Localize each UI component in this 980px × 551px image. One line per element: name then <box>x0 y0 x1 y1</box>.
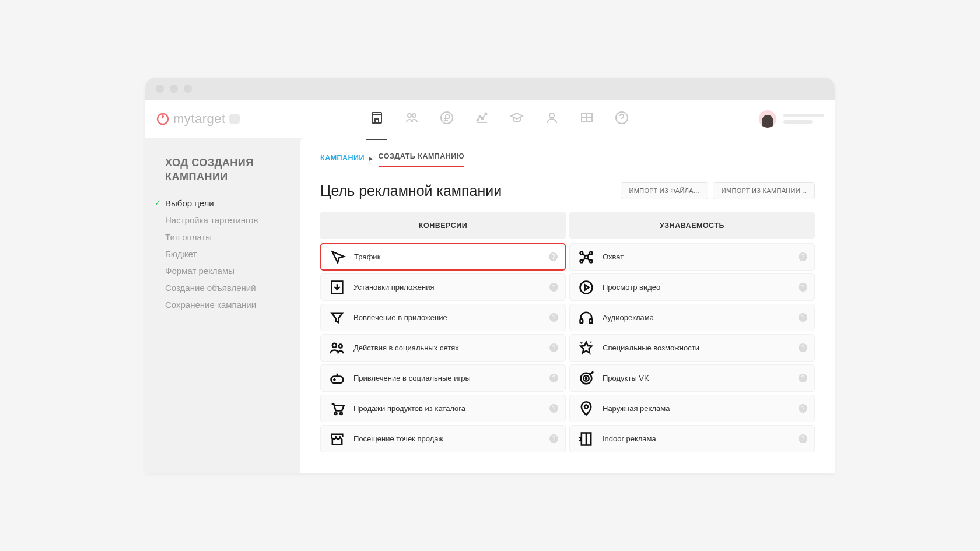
logo-text: mytarget <box>173 111 226 127</box>
logo-icon <box>156 112 170 126</box>
svg-rect-25 <box>580 319 583 323</box>
goal-card-awareness-2[interactable]: Аудиореклама? <box>569 304 815 331</box>
import-from-file-button[interactable]: ИМПОРТ ИЗ ФАЙЛА... <box>621 182 708 199</box>
goal-column-awareness: УЗНАВАЕМОСТЬ Охват?Просмотр видео?Аудиор… <box>569 212 815 452</box>
column-header-awareness: УЗНАВАЕМОСТЬ <box>569 212 815 239</box>
nav-billing-icon[interactable] <box>440 111 454 127</box>
import-from-campaign-button[interactable]: ИМПОРТ ИЗ КАМПАНИИ... <box>713 182 815 199</box>
goal-label: Трафик <box>354 252 380 261</box>
nav-profile-icon[interactable] <box>545 111 559 127</box>
sidebar-item-3[interactable]: Бюджет <box>155 245 291 262</box>
sidebar-item-1[interactable]: Настройка таргетингов <box>155 212 291 229</box>
goal-card-awareness-0[interactable]: Охват? <box>569 243 815 271</box>
browser-window: mytarget <box>145 78 835 473</box>
help-icon[interactable]: ? <box>799 283 807 292</box>
svg-point-10 <box>550 113 554 118</box>
goal-card-awareness-5[interactable]: Наружная реклама? <box>569 395 815 422</box>
goal-label: Продажи продуктов из каталога <box>354 404 466 413</box>
help-icon[interactable]: ? <box>799 374 807 382</box>
help-icon[interactable]: ? <box>550 313 558 322</box>
avatar <box>759 110 776 128</box>
goal-label: Специальные возможности <box>603 343 699 352</box>
svg-point-3 <box>408 114 411 117</box>
help-icon[interactable]: ? <box>799 404 807 413</box>
goal-card-awareness-4[interactable]: Продукты VK? <box>569 364 815 392</box>
svg-point-24 <box>580 281 593 293</box>
gamepad-icon <box>329 370 345 387</box>
svg-point-15 <box>339 344 342 348</box>
headphones-icon <box>578 310 594 326</box>
cursor-icon <box>330 249 346 265</box>
help-icon[interactable]: ? <box>549 252 558 261</box>
sidebar-item-2[interactable]: Тип оплаты <box>155 229 291 245</box>
cart-icon <box>329 401 345 417</box>
help-icon[interactable]: ? <box>550 343 558 352</box>
nav-edu-icon[interactable] <box>510 111 524 127</box>
goal-label: Охват <box>603 252 624 261</box>
sidebar-title: ХОД СОЗДАНИЯ КАМПАНИИ <box>155 156 291 184</box>
svg-point-29 <box>586 377 587 378</box>
chrome-dot <box>184 85 192 93</box>
help-icon[interactable]: ? <box>550 404 558 413</box>
nav-grid-icon[interactable] <box>580 111 594 127</box>
sidebar-item-5[interactable]: Создание объявлений <box>155 279 291 296</box>
svg-point-17 <box>335 412 337 415</box>
topnav <box>240 111 759 127</box>
goal-card-conversions-0[interactable]: Трафик? <box>320 243 566 271</box>
help-icon[interactable]: ? <box>550 374 558 382</box>
nav-audience-icon[interactable] <box>405 111 419 127</box>
goal-card-awareness-3[interactable]: Специальные возможности? <box>569 334 815 362</box>
nav-campaigns-icon[interactable] <box>370 111 384 127</box>
pin-icon <box>578 401 594 417</box>
help-icon[interactable]: ? <box>550 283 558 292</box>
logo[interactable]: mytarget <box>156 111 240 127</box>
goal-label: Установки приложения <box>354 283 435 292</box>
svg-point-30 <box>584 405 588 408</box>
nav-stats-icon[interactable] <box>475 111 489 127</box>
help-icon[interactable]: ? <box>799 343 807 352</box>
sidebar-item-0[interactable]: Выбор цели <box>155 195 291 212</box>
column-header-conversions: КОНВЕРСИИ <box>320 212 566 239</box>
network-icon <box>578 249 594 265</box>
svg-rect-1 <box>372 113 382 123</box>
goal-column-conversions: КОНВЕРСИИ Трафик?Установки приложения?Во… <box>320 212 566 452</box>
breadcrumb-current: СОЗДАТЬ КАМПАНИЮ <box>379 152 465 164</box>
breadcrumb-link[interactable]: КАМПАНИИ <box>320 154 365 162</box>
download-icon <box>329 279 345 296</box>
goal-label: Наружная реклама <box>603 404 670 413</box>
goal-label: Привлечение в социальные игры <box>354 374 471 382</box>
store-icon <box>329 431 345 447</box>
nav-help-icon[interactable] <box>615 111 629 127</box>
help-icon[interactable]: ? <box>799 313 807 322</box>
sidebar-item-4[interactable]: Формат рекламы <box>155 262 291 279</box>
svg-point-20 <box>580 251 583 254</box>
goal-card-conversions-6[interactable]: Посещение точек продаж? <box>320 425 566 452</box>
goal-label: Продукты VK <box>603 374 649 382</box>
divider <box>320 170 815 170</box>
help-icon[interactable]: ? <box>799 434 807 443</box>
browser-chrome <box>145 78 835 100</box>
goal-card-conversions-3[interactable]: Действия в социальных сетях? <box>320 334 566 362</box>
sidebar: ХОД СОЗДАНИЯ КАМПАНИИ Выбор целиНастройк… <box>145 138 300 473</box>
goal-card-conversions-1[interactable]: Установки приложения? <box>320 273 566 301</box>
sidebar-item-6[interactable]: Сохранение кампании <box>155 296 291 313</box>
svg-rect-26 <box>590 319 593 323</box>
user-menu[interactable] <box>759 110 824 128</box>
goal-card-awareness-1[interactable]: Просмотр видео? <box>569 273 815 301</box>
goal-card-conversions-4[interactable]: Привлечение в социальные игры? <box>320 364 566 392</box>
help-icon[interactable]: ? <box>550 434 558 443</box>
topbar: mytarget <box>145 100 835 138</box>
user-meta <box>783 114 824 124</box>
goal-card-conversions-5[interactable]: Продажи продуктов из каталога? <box>320 395 566 422</box>
svg-point-23 <box>590 259 593 262</box>
breadcrumb: КАМПАНИИ ▸ СОЗДАТЬ КАМПАНИЮ <box>320 152 815 164</box>
goal-card-conversions-2[interactable]: Вовлечение в приложение? <box>320 304 566 331</box>
goal-label: Просмотр видео <box>603 283 660 292</box>
chevron-right-icon: ▸ <box>369 154 374 163</box>
page-title: Цель рекламной кампании <box>320 183 502 199</box>
help-icon[interactable]: ? <box>799 252 807 261</box>
goal-card-awareness-6[interactable]: Indoor реклама? <box>569 425 815 452</box>
svg-point-14 <box>332 343 337 347</box>
svg-point-4 <box>412 114 416 117</box>
svg-point-21 <box>590 251 593 254</box>
